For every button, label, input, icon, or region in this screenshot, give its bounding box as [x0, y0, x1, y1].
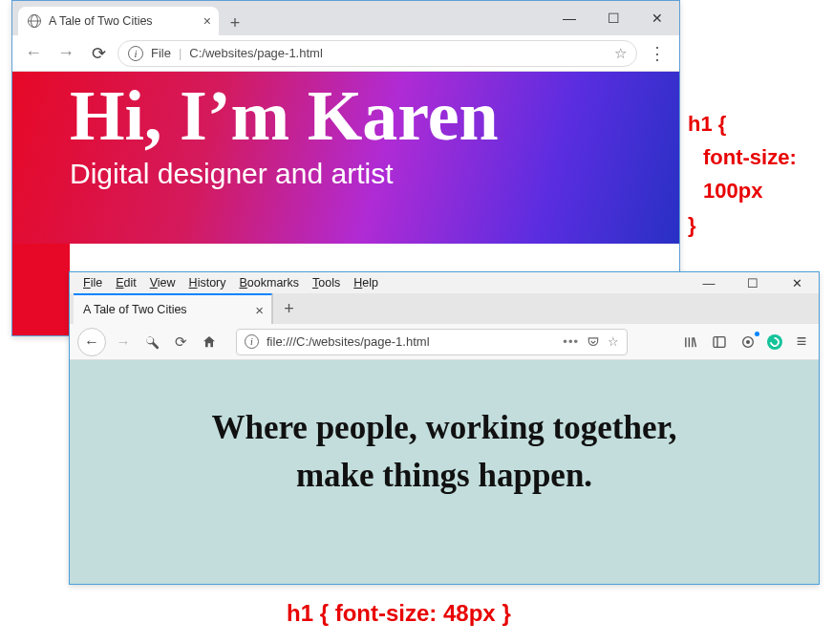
firefox-browser-window: File Edit View History Bookmarks Tools H… [69, 271, 820, 585]
back-button[interactable]: ← [77, 328, 106, 356]
close-window-button[interactable]: ✕ [635, 1, 679, 35]
site-info-icon[interactable]: i [128, 46, 143, 61]
forward-button[interactable]: → [112, 331, 135, 354]
close-tab-icon[interactable]: × [255, 302, 264, 318]
hero-banner: Hi, I’m Karen Digital designer and artis… [12, 72, 679, 244]
menu-history[interactable]: History [183, 274, 232, 291]
annot-line: } [688, 208, 797, 242]
sidebar-icon[interactable] [710, 333, 729, 352]
home-icon [202, 334, 217, 350]
chrome-menu-button[interactable]: ⋮ [643, 43, 672, 64]
menu-bookmarks[interactable]: Bookmarks [234, 274, 306, 291]
wrench-icon [144, 334, 160, 350]
chrome-toolbar: ← → ⟳ i File | C:/websites/page-1.html ☆… [12, 35, 679, 72]
grammarly-icon[interactable] [767, 334, 782, 350]
firefox-toolbar: ← → ⟳ i file:///C:/websites/page-1.html … [70, 324, 819, 360]
firefox-tab-strip: A Tale of Two Cities × + [70, 293, 819, 324]
menu-file[interactable]: File [77, 274, 108, 291]
annot-line: 100px [688, 174, 797, 207]
new-tab-button[interactable]: + [272, 293, 305, 324]
firefox-menu-bar: File Edit View History Bookmarks Tools H… [70, 272, 819, 293]
back-button[interactable]: ← [20, 40, 47, 67]
maximize-button[interactable]: ☐ [731, 272, 775, 293]
chrome-tab-title: A Tale of Two Cities [49, 14, 153, 28]
forward-button[interactable]: → [53, 40, 79, 67]
url-text: file:///C:/websites/page-1.html [267, 334, 430, 349]
red-column [12, 244, 70, 335]
globe-icon [28, 14, 41, 28]
hero-subheading: Digital designer and artist [70, 158, 679, 190]
firefox-right-buttons: ≡ [681, 333, 811, 352]
bookmark-star-icon[interactable]: ☆ [608, 334, 619, 349]
chrome-tab-strip: A Tale of Two Cities × + — ☐ ✕ [12, 1, 679, 35]
close-tab-icon[interactable]: × [203, 13, 211, 29]
firefox-window-controls: — ☐ ✕ [687, 272, 819, 293]
url-path: C:/websites/page-1.html [189, 46, 322, 60]
svg-point-3 [746, 340, 750, 344]
firefox-active-tab[interactable]: A Tale of Two Cities × [74, 293, 272, 324]
menu-tools[interactable]: Tools [307, 274, 346, 291]
url-separator: | [179, 46, 182, 60]
reload-button[interactable]: ⟳ [85, 40, 112, 67]
pocket-icon[interactable] [587, 335, 600, 349]
home-button[interactable] [198, 331, 221, 354]
chrome-active-tab[interactable]: A Tale of Two Cities × [18, 7, 219, 35]
menu-view[interactable]: View [144, 274, 182, 291]
svg-rect-0 [714, 336, 725, 347]
address-bar[interactable]: i File | C:/websites/page-1.html ☆ [117, 40, 637, 67]
annotation-h1-100px: h1 { font-size: 100px } [688, 107, 797, 242]
maximize-button[interactable]: ☐ [591, 1, 635, 35]
new-tab-button[interactable]: + [223, 11, 247, 35]
minimize-button[interactable]: — [547, 1, 591, 35]
firefox-tab-title: A Tale of Two Cities [83, 303, 187, 316]
developer-button[interactable] [140, 331, 163, 354]
annot-line: font-size: [688, 140, 797, 174]
annot-line: h1 { [688, 107, 797, 140]
annotation-h1-48px: h1 { font-size: 48px } [287, 600, 511, 627]
minimize-button[interactable]: — [687, 272, 731, 293]
menu-edit[interactable]: Edit [110, 274, 142, 291]
address-bar[interactable]: i file:///C:/websites/page-1.html ••• ☆ [236, 329, 628, 355]
close-window-button[interactable]: ✕ [775, 272, 819, 293]
library-icon[interactable] [681, 333, 700, 352]
chrome-window-controls: — ☐ ✕ [547, 1, 679, 35]
content-heading: Where people, working together, make thi… [196, 404, 693, 499]
reload-button[interactable]: ⟳ [169, 331, 192, 354]
page-actions-icon[interactable]: ••• [563, 334, 579, 349]
hamburger-menu-icon[interactable]: ≡ [792, 333, 811, 352]
extension-icon[interactable] [738, 333, 758, 352]
site-info-icon[interactable]: i [245, 334, 259, 349]
menu-help[interactable]: Help [348, 274, 384, 291]
hero-heading: Hi, I’m Karen [70, 79, 679, 154]
url-scheme-label: File [151, 46, 171, 60]
firefox-viewport: Where people, working together, make thi… [70, 360, 819, 584]
bookmark-star-icon[interactable]: ☆ [614, 45, 627, 62]
